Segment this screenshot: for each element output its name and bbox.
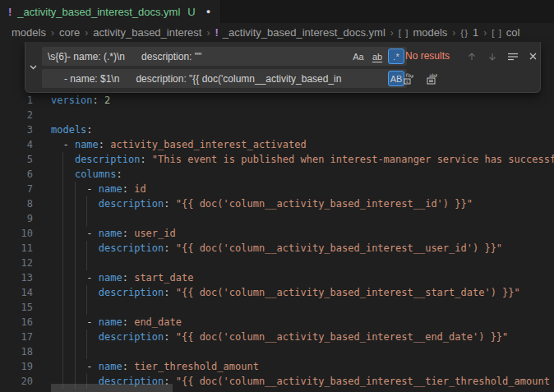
close-find-widget-button[interactable]	[524, 47, 542, 66]
code-line[interactable]: 5 description: "This event is published …	[0, 152, 554, 167]
replace-all-button[interactable]: ab	[422, 69, 441, 88]
find-next-button[interactable]	[482, 47, 501, 66]
code-text: - name: activity_based_interest_activate…	[51, 137, 307, 152]
arrow-down-icon	[487, 52, 497, 62]
code-line[interactable]: 14 description: "{{ doc('column__activit…	[0, 285, 554, 300]
breadcrumb-item-activity-based-interest[interactable]: activity_based_interest	[93, 26, 201, 39]
find-previous-button[interactable]	[462, 47, 481, 66]
indent-guide	[62, 344, 63, 359]
code-line[interactable]: 4 - name: activity_based_interest_activa…	[0, 137, 554, 152]
line-number: 20	[0, 374, 33, 389]
selection-icon	[507, 52, 519, 62]
breadcrumb-item-col[interactable]: [ ]col	[492, 26, 519, 39]
find-results-count: No results	[405, 47, 450, 66]
breadcrumb-label: core	[59, 26, 80, 39]
code-line[interactable]: 16 - name: end_date	[0, 315, 554, 330]
breadcrumb-label: _activity_based_interest_docs.yml	[223, 26, 385, 39]
breadcrumb-label: models	[413, 26, 447, 39]
horizontal-scrollbar[interactable]	[51, 384, 173, 392]
line-number: 16	[0, 315, 33, 330]
indent-guide	[86, 344, 87, 359]
modified-dot-icon[interactable]: ●	[206, 7, 210, 16]
toggle-replace-button[interactable]	[25, 42, 40, 92]
breadcrumb-item-models[interactable]: [ ]models	[399, 26, 448, 39]
arrow-up-icon	[467, 52, 477, 62]
replace-input-value: - name: $1\n description: "{{ doc('colum…	[48, 73, 388, 85]
breadcrumb-separator: ›	[483, 27, 487, 39]
code-text: - name: end_date	[51, 315, 182, 330]
breadcrumb-item--activity-based-interest-docs-yml[interactable]: !_activity_based_interest_docs.yml	[215, 26, 385, 39]
find-input[interactable]: \s{6}- name: (.*)\n description: "" Aa a…	[42, 47, 407, 66]
indent-guide	[62, 256, 63, 270]
svg-text:c: c	[406, 78, 409, 84]
breadcrumb-label: 1	[473, 26, 478, 39]
code-line[interactable]: 10 - name: user_id	[0, 226, 554, 241]
line-number: 9	[0, 211, 33, 226]
line-number: 6	[0, 167, 33, 182]
code-line[interactable]: 13 - name: start_date	[0, 270, 554, 285]
indent-guide	[75, 344, 76, 359]
svg-text:ab: ab	[429, 72, 436, 78]
code-line[interactable]: 18	[0, 344, 554, 359]
code-text: - name: id	[51, 182, 146, 196]
code-text: description: "This event is published wh…	[51, 152, 554, 167]
line-number: 19	[0, 359, 33, 374]
code-line[interactable]: 11 description: "{{ doc('column__activit…	[0, 241, 554, 256]
code-line[interactable]: 15	[0, 300, 554, 315]
whole-word-toggle[interactable]: ab	[369, 48, 385, 64]
vscode-window: ! _activity_based_interest_docs.yml U ● …	[0, 0, 554, 392]
line-number: 14	[0, 285, 33, 300]
code-line[interactable]: 6 columns:	[0, 167, 554, 182]
indent-guide	[86, 256, 87, 270]
code-line[interactable]: 8 description: "{{ doc('column__activity…	[0, 196, 554, 211]
code-line[interactable]: 17 description: "{{ doc('column__activit…	[0, 330, 554, 344]
find-in-selection-toggle[interactable]	[503, 47, 522, 66]
yaml-file-icon: !	[215, 26, 218, 39]
code-line[interactable]: 9	[0, 211, 554, 226]
line-number: 3	[0, 122, 33, 137]
regex-toggle[interactable]: .*	[388, 48, 404, 64]
find-input-value: \s{6}- name: (.*)\n description: ""	[48, 51, 350, 62]
indent-guide	[86, 300, 87, 315]
breadcrumb-separator: ›	[85, 27, 88, 39]
svg-text:fb: fb	[405, 72, 412, 78]
replace-button[interactable]: fbc	[399, 69, 418, 88]
breadcrumb-label: models	[12, 26, 46, 39]
line-number: 17	[0, 330, 33, 344]
code-editor[interactable]: 1version: 223models:4 - name: activity_b…	[0, 42, 554, 392]
code-text: - name: tier_threshold_amount	[51, 359, 259, 374]
code-text: description: "{{ doc('column__activity_b…	[51, 196, 473, 211]
line-number: 15	[0, 300, 33, 315]
code-text: description: "{{ doc('column__activity_b…	[51, 330, 508, 344]
line-number: 18	[0, 344, 33, 359]
tab-bar: ! _activity_based_interest_docs.yml U ●	[0, 0, 554, 23]
code-line[interactable]: 19 - name: tier_threshold_amount	[0, 359, 554, 374]
tab-activity-based-interest-docs[interactable]: ! _activity_based_interest_docs.yml U ●	[0, 0, 221, 23]
code-line[interactable]: 12	[0, 256, 554, 270]
replace-all-icon: ab	[426, 72, 439, 85]
symbol-array-icon: [ ]	[399, 28, 409, 38]
yaml-file-icon: !	[8, 6, 12, 18]
breadcrumb-separator: ›	[452, 27, 455, 39]
breadcrumb-separator: ›	[206, 27, 210, 39]
code-text: - name: start_date	[51, 270, 193, 285]
replace-input[interactable]: - name: $1\n description: "{{ doc('colum…	[42, 69, 407, 88]
symbol-object-icon: {}	[460, 28, 469, 38]
breadcrumb-label: activity_based_interest	[93, 26, 201, 39]
line-number: 5	[0, 152, 33, 167]
symbol-array-icon: [ ]	[492, 28, 502, 38]
code-line[interactable]: 3models:	[0, 122, 554, 137]
line-number: 11	[0, 241, 33, 256]
line-number: 2	[0, 108, 33, 122]
code-line[interactable]: 2	[0, 108, 554, 122]
match-case-toggle[interactable]: Aa	[350, 48, 367, 64]
breadcrumb-label: col	[506, 26, 520, 39]
breadcrumb-item-models[interactable]: models	[12, 26, 46, 39]
breadcrumb-item-1[interactable]: {}1	[460, 26, 478, 39]
breadcrumb-item-core[interactable]: core	[59, 26, 80, 39]
git-status-badge: U	[187, 6, 195, 18]
code-line[interactable]: 1version: 2	[0, 93, 554, 108]
line-number: 8	[0, 196, 33, 211]
code-line[interactable]: 7 - name: id	[0, 182, 554, 196]
line-number: 4	[0, 137, 33, 152]
